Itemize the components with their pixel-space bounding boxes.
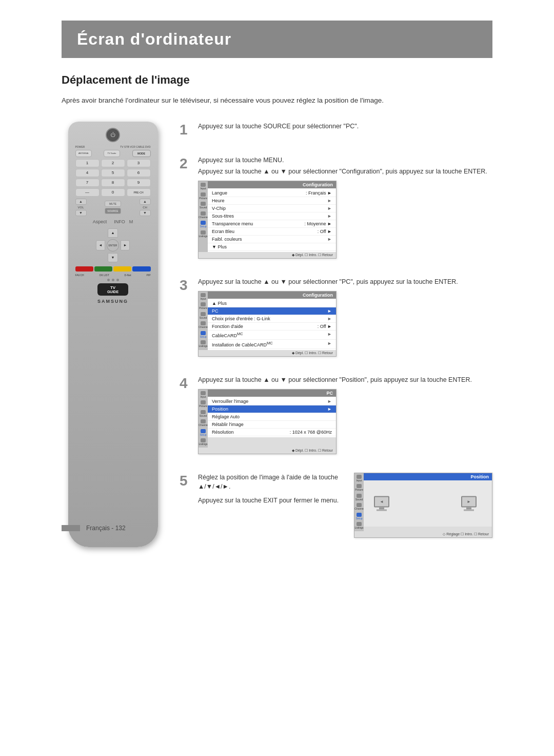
sound-icon-5: [357, 494, 362, 498]
step-2-number: 2: [180, 156, 193, 171]
device-labels: TV STB VCR CABLE DVD: [120, 145, 150, 148]
vol-up-button[interactable]: ▲: [75, 199, 87, 205]
num-dash[interactable]: —: [75, 188, 100, 197]
blue-button[interactable]: [132, 266, 150, 272]
step-3-text: Appuyez sur la touche ▲ ou ▼ pour sélect…: [198, 277, 492, 287]
menu-icon-setup[interactable]: Setup: [199, 221, 207, 228]
green-button[interactable]: [94, 266, 112, 272]
menu-item-verrouiller-4: Verrouiller l'image ►: [208, 398, 336, 405]
menu-icon-input-3: Input: [199, 293, 207, 301]
menu-item-faiblecouleurs: Faibl. couleurs ►: [208, 236, 336, 243]
input-icon-5: [357, 475, 362, 479]
samsung-logo: SAMSUNG: [73, 299, 153, 304]
num-2[interactable]: 2: [101, 159, 125, 167]
step-2-title-bar: Configuration: [208, 181, 336, 188]
step-5-left-bar: Input Picture Sound: [354, 473, 364, 531]
step-5-text2: Appuyez sur la touche EXIT pour fermer l…: [198, 496, 346, 506]
step-2-menu-items: Langue : Français ► Heure ► V-Chip: [208, 188, 336, 252]
mode-button[interactable]: MODE: [132, 150, 151, 157]
ch-down-button[interactable]: ▼: [140, 210, 151, 216]
sound-icon-4: [201, 410, 206, 414]
step-3-content: Appuyez sur la touche ▲ ou ▼ pour sélect…: [198, 277, 492, 357]
num-4[interactable]: 4: [75, 169, 100, 177]
num-0[interactable]: 0: [101, 188, 125, 197]
remote-mode-row: ANTENNA TV Guide MODE: [73, 150, 153, 157]
dpad-up-button[interactable]: ▲: [108, 228, 118, 238]
step-5-header: Input Picture Sound: [354, 473, 492, 531]
step-4-content: Appuyez sur la touche ▲ ou ▼ pour sélect…: [198, 375, 492, 454]
antenna-button[interactable]: ANTENNA: [75, 150, 92, 157]
input-icon: [201, 183, 206, 187]
page-footer: Français - 132: [62, 525, 492, 532]
channel-icon: [201, 211, 206, 216]
tvguide-button[interactable]: TV Guide: [104, 150, 120, 157]
num-6[interactable]: 6: [127, 169, 151, 177]
vol-down-button[interactable]: ▼: [75, 210, 87, 216]
menu-item-plus: ▼ Plus: [208, 243, 336, 251]
pip-label: PIP: [146, 274, 150, 277]
dpad-down-button[interactable]: ▼: [108, 253, 118, 262]
step-1: 1 Appuyez sur la touche SOURCE pour séle…: [180, 122, 492, 137]
menu-icon-channel-3: Channe: [199, 321, 207, 329]
num-1[interactable]: 1: [75, 159, 100, 167]
step-3-menu-body: Configuration ▲ Plus PC ►: [208, 292, 336, 350]
step-4-number: 4: [180, 375, 193, 391]
step-2-left-bar: Input Picture Sound: [199, 181, 208, 252]
step-2-footer: ◆ Dépl. ☐ Intro. ☐ Retour: [199, 252, 336, 258]
enter-button[interactable]: ENTER: [107, 239, 119, 251]
num-5[interactable]: 5: [101, 169, 125, 177]
menu-item-pc-3: PC ►: [208, 307, 336, 315]
step-5-footer: ◇ Réglage ☐ Intro. ☐ Retour: [354, 531, 492, 537]
yellow-button[interactable]: [113, 266, 131, 272]
step-2-header: Input Picture Sound: [199, 181, 336, 252]
monitor-icon-right: ►: [461, 496, 477, 511]
num-9[interactable]: 9: [127, 179, 151, 187]
step-1-text: Appuyez sur la touche SOURCE pour sélect…: [198, 122, 492, 131]
mute-source-group: MUTE SOURCE: [105, 201, 121, 214]
dpad-left-button[interactable]: ◄: [96, 240, 105, 250]
num-prech[interactable]: PRE-CH: [127, 188, 151, 197]
menu-item-ecranbleu: Ecran Bleu : Off ►: [208, 228, 336, 236]
menu-item-install-3: Installation de CableCARDMC ►: [208, 340, 336, 349]
menu-item-choix-3: Choix prise d'entrée : G-Link ►: [208, 315, 336, 323]
menu-icon-channel-5: Channe: [355, 503, 363, 511]
menu-icon-channel-4: Channe: [199, 419, 207, 427]
step-3-footer: ◆ Dépl. ☐ Intro. ☐ Retour: [199, 350, 336, 356]
input-icon-3: [201, 293, 206, 297]
mute-button[interactable]: MUTE: [105, 201, 121, 207]
num-3[interactable]: 3: [127, 159, 151, 167]
menu-icon-setup-3[interactable]: Setup: [199, 331, 207, 339]
menu-icon-picture-3: Picture: [199, 302, 207, 310]
menu-item-position-4: Position ►: [208, 405, 336, 413]
ch-group: ▲ CH ▼: [140, 199, 151, 216]
page-title: Écran d'ordinateur: [77, 30, 477, 49]
power-button[interactable]: ⏻: [106, 128, 120, 142]
source-button[interactable]: SOURCE: [105, 208, 121, 214]
setup-icon-4: [201, 429, 206, 433]
step-4-left-bar: Input Picture Sound: [199, 390, 208, 448]
menu-item-vchip: V-Chip ►: [208, 205, 336, 212]
bottom-labels: FAV.CH OK LIST D-Net PIP: [75, 274, 151, 277]
menu-item-cablecard-3: CableCARDMC ►: [208, 331, 336, 340]
step-2: 2 Appuyez sur la touche MENU. Appuyez su…: [180, 156, 492, 259]
menu-icon-sound: Sound: [199, 202, 207, 209]
footer-bar: [62, 525, 80, 531]
step-4-title-bar: PC: [208, 390, 336, 397]
setup-icon-5: [357, 513, 362, 517]
section-title: Déplacement de l'image: [62, 73, 492, 87]
menu-item-heure: Heure ►: [208, 197, 336, 205]
menu-icon-picture: Picture: [199, 192, 207, 200]
num-8[interactable]: 8: [101, 179, 125, 187]
main-content: ⏻ POWER TV STB VCR CABLE DVD ANTENNA TV …: [62, 122, 492, 547]
num-7[interactable]: 7: [75, 179, 100, 187]
step-2-screen: Input Picture Sound: [198, 181, 337, 259]
dot1: [107, 279, 110, 281]
red-button[interactable]: [75, 266, 93, 272]
step-3-left-bar: Input Picture Sound: [199, 292, 208, 350]
menu-icon-setup-4[interactable]: Setup: [199, 429, 207, 437]
steps-container: 1 Appuyez sur la touche SOURCE pour séle…: [180, 122, 492, 547]
listings-icon-4: [201, 438, 206, 442]
ch-up-button[interactable]: ▲: [140, 199, 151, 205]
menu-icon-setup-5[interactable]: Setup: [355, 513, 363, 520]
dpad-right-button[interactable]: ►: [121, 240, 130, 250]
